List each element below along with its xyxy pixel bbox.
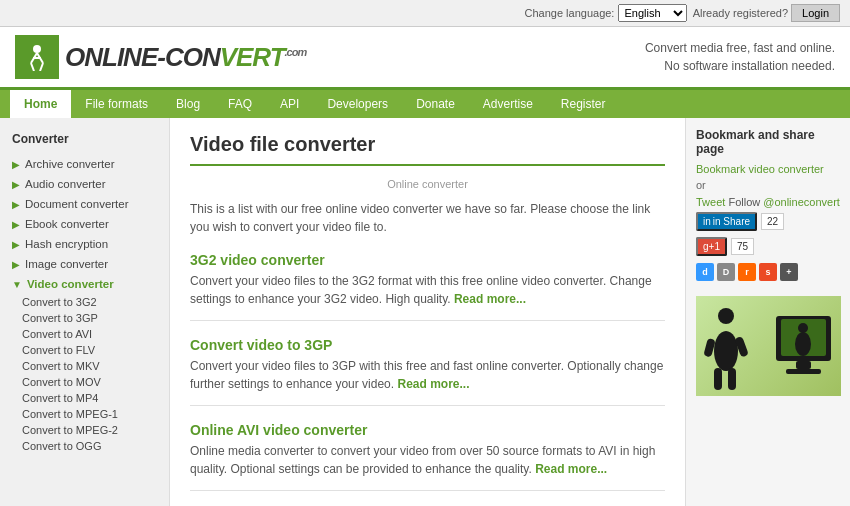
sidebar-label-image: Image converter [25,258,108,270]
sidebar-item-video[interactable]: ▼ Video converter [0,274,169,294]
sidebar-sub-mov[interactable]: Convert to MOV [0,374,169,390]
arrow-icon-down: ▼ [12,279,22,290]
reddit-icon[interactable]: r [738,263,756,281]
svg-point-7 [714,331,738,371]
converter-3g2-readmore[interactable]: Read more... [454,292,526,306]
sidebar-sub-mpeg2[interactable]: Convert to MPEG-2 [0,422,169,438]
arrow-icon: ▶ [12,199,20,210]
nav-developers[interactable]: Developers [313,90,402,118]
intro-text: This is a list with our free online vide… [190,200,665,236]
linkedin-icon: in [703,216,711,227]
sidebar-sub-mkv[interactable]: Convert to MKV [0,358,169,374]
arrow-icon: ▶ [12,219,20,230]
svg-rect-9 [728,368,736,390]
header-tagline: Convert media free, fast and online. No … [645,39,835,75]
svg-line-4 [31,63,34,71]
sidebar-item-audio[interactable]: ▶ Audio converter [0,174,169,194]
converter-avi: Online AVI video converter Online media … [190,422,665,491]
nav-donate[interactable]: Donate [402,90,469,118]
arrow-icon: ▶ [12,159,20,170]
site-header: ONLINE-CONVERT.com Convert media free, f… [0,27,850,90]
sidebar-sub-3g2[interactable]: Convert to 3G2 [0,294,169,310]
digg-icon[interactable]: D [717,263,735,281]
sidebar-sub-3gp[interactable]: Convert to 3GP [0,310,169,326]
gplus-button[interactable]: g+1 [696,237,727,256]
converter-3gp-link[interactable]: Convert video to 3GP [190,337,332,353]
tweet-section: Tweet Follow @onlineconvert [696,196,840,208]
tagline-line1: Convert media free, fast and online. [645,39,835,57]
top-bar: Change language: English Deutsch Françai… [0,0,850,27]
stumble-icon[interactable]: s [759,263,777,281]
gplus-buttons: g+1 75 d D r s + [696,237,840,281]
nav-home[interactable]: Home [10,90,71,118]
svg-rect-16 [796,361,811,369]
arrow-icon: ▶ [12,259,20,270]
sidebar-title: Converter [0,128,169,154]
converter-3gp-readmore[interactable]: Read more... [397,377,469,391]
bookmark-video-converter-link[interactable]: Bookmark video converter [696,163,824,175]
svg-rect-17 [786,369,821,374]
sidebar-item-image[interactable]: ▶ Image converter [0,254,169,274]
sidebar-item-archive[interactable]: ▶ Archive converter [0,154,169,174]
sidebar-sub-ogg[interactable]: Convert to OGG [0,438,169,454]
converter-3g2-link[interactable]: 3G2 video converter [190,252,325,268]
tagline-line2: No software installation needed. [645,57,835,75]
nav-advertise[interactable]: Advertise [469,90,547,118]
sidebar-label-hash: Hash encryption [25,238,108,250]
login-button[interactable]: Login [791,4,840,22]
tweet-link[interactable]: Tweet [696,196,725,208]
bookmark-link[interactable]: Bookmark video converter [696,162,840,176]
sidebar-item-hash[interactable]: ▶ Hash encryption [0,234,169,254]
main-nav: Home File formats Blog FAQ API Developer… [0,90,850,118]
person-silhouette [704,306,749,391]
main-layout: Converter ▶ Archive converter ▶ Audio co… [0,118,850,506]
converter-avi-readmore[interactable]: Read more... [535,462,607,476]
svg-point-14 [798,323,808,333]
sidebar-sub-mp4[interactable]: Convert to MP4 [0,390,169,406]
sidebar-label-ebook: Ebook converter [25,218,109,230]
sidebar-label-document: Document converter [25,198,129,210]
converter-avi-link[interactable]: Online AVI video converter [190,422,367,438]
right-sidebar: Bookmark and share page Bookmark video c… [685,118,850,506]
svg-line-5 [40,63,43,71]
ad-image [696,296,841,396]
tv-silhouette [771,316,836,391]
social-buttons: in in Share 22 [696,212,840,231]
sidebar-label-video: Video converter [27,278,114,290]
converter-3gp-desc: Convert your video files to 3GP with thi… [190,357,665,393]
converter-3g2-desc: Convert your video files to the 3G2 form… [190,272,665,308]
nav-blog[interactable]: Blog [162,90,214,118]
sidebar-item-ebook[interactable]: ▶ Ebook converter [0,214,169,234]
nav-api[interactable]: API [266,90,313,118]
change-language-label: Change language: [525,7,615,19]
svg-rect-8 [714,368,722,390]
converter-avi-desc: Online media converter to convert your v… [190,442,665,478]
logo: ONLINE-CONVERT.com [15,35,306,79]
social-icons-row: d D r s + [696,263,798,281]
green-divider [190,164,665,166]
svg-point-6 [718,308,734,324]
nav-faq[interactable]: FAQ [214,90,266,118]
sidebar-item-document[interactable]: ▶ Document converter [0,194,169,214]
linkedin-count: 22 [761,213,784,230]
svg-point-15 [795,332,811,356]
svg-rect-10 [704,338,716,357]
delicious-icon[interactable]: d [696,263,714,281]
converter-3gp: Convert video to 3GP Convert your video … [190,337,665,406]
more-social-icon[interactable]: + [780,263,798,281]
arrow-icon: ▶ [12,179,20,190]
main-content: Video file converter Online converter Th… [170,118,685,506]
sidebar-sub-mpeg1[interactable]: Convert to MPEG-1 [0,406,169,422]
bookmark-title: Bookmark and share page [696,128,840,156]
sidebar-sub-avi[interactable]: Convert to AVI [0,326,169,342]
nav-register[interactable]: Register [547,90,620,118]
language-select[interactable]: English Deutsch Français Español [618,4,687,22]
online-converter-label: Online converter [190,178,665,190]
nav-file-formats[interactable]: File formats [71,90,162,118]
linkedin-share-button[interactable]: in in Share [696,212,757,231]
left-sidebar: Converter ▶ Archive converter ▶ Audio co… [0,118,170,506]
logo-text: ONLINE-CONVERT.com [65,42,306,73]
sidebar-sub-flv[interactable]: Convert to FLV [0,342,169,358]
follow-link[interactable]: @onlineconvert [763,196,840,208]
logo-figure-icon [23,43,51,71]
